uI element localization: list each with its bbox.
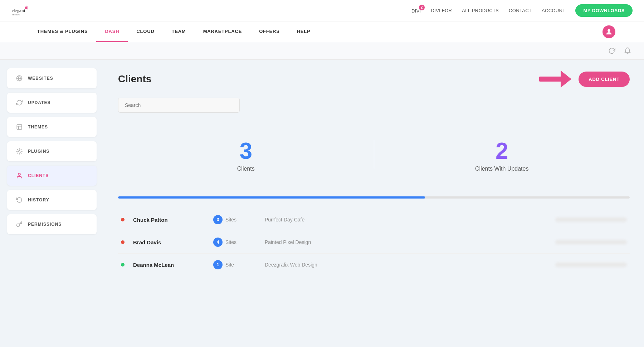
sidebar-label-clients: CLIENTS <box>28 173 49 178</box>
svg-point-6 <box>608 29 610 31</box>
stats-row: 3 Clients 2 Clients With Updates <box>118 126 630 185</box>
divi-nav-item[interactable]: DIVI 2 <box>411 8 421 14</box>
add-client-button[interactable]: ADD CLIENT <box>579 72 630 87</box>
divi-badge: 2 <box>419 5 425 10</box>
client-list: Chuck Patton 3 Sites Purrfect Day Cafe B… <box>118 209 630 276</box>
svg-rect-9 <box>17 124 22 129</box>
notifications-icon[interactable] <box>623 46 633 56</box>
clients-icon <box>16 172 23 179</box>
sites-label: Site <box>225 262 234 268</box>
divi-for-link[interactable]: DIVI FOR <box>431 8 452 13</box>
sidebar-item-permissions[interactable]: PERMISSIONS <box>7 214 97 234</box>
arrow-head <box>561 70 571 88</box>
main-content: Clients ADD CLIENT 3 Clients 2 Clients <box>104 60 644 347</box>
main-layout: WEBSITES UPDATES THEMES <box>0 60 644 347</box>
svg-text:elegant: elegant <box>13 8 25 13</box>
header-right: ADD CLIENT <box>539 70 630 88</box>
sites-badge: 4 Sites <box>213 238 256 247</box>
sidebar-label-history: HISTORY <box>28 197 49 202</box>
sites-label: Sites <box>225 239 236 245</box>
themes-icon <box>16 123 23 131</box>
status-dot-red <box>121 218 125 221</box>
svg-point-13 <box>18 173 20 175</box>
table-row[interactable]: Deanna McLean 1 Site Deezgrafix Web Desi… <box>118 254 630 276</box>
status-dot-red <box>121 240 125 244</box>
status-dot-green <box>121 263 125 267</box>
sites-count-badge: 4 <box>213 238 223 247</box>
account-link[interactable]: ACCOUNT <box>542 8 565 13</box>
sites-badge: 1 Site <box>213 260 256 269</box>
tab-team[interactable]: TEAM <box>163 21 195 42</box>
client-action-blurred <box>555 240 627 244</box>
progress-bar-fill <box>118 196 425 199</box>
sidebar-item-websites[interactable]: WEBSITES <box>7 68 97 88</box>
logo[interactable]: elegant themes <box>11 4 31 18</box>
history-icon <box>16 196 23 204</box>
client-name: Chuck Patton <box>133 217 205 223</box>
stat-clients-label: Clients <box>125 166 367 172</box>
tab-themes-plugins[interactable]: THEMES & PLUGINS <box>29 21 96 42</box>
sidebar-label-permissions: PERMISSIONS <box>28 222 62 227</box>
sidebar-label-plugins: PLUGINS <box>28 149 49 154</box>
arrow-indicator <box>539 70 571 88</box>
sidebar-label-updates: UPDATES <box>28 100 50 105</box>
contact-link[interactable]: CONTACT <box>509 8 532 13</box>
tab-marketplace[interactable]: MARKETPLACE <box>195 21 250 42</box>
content-header: Clients ADD CLIENT <box>118 70 630 88</box>
tab-help[interactable]: HELP <box>288 21 319 42</box>
refresh-icon[interactable] <box>607 46 617 56</box>
progress-bar <box>118 196 630 199</box>
sidebar-item-history[interactable]: HISTORY <box>7 190 97 210</box>
client-company: Deezgrafix Web Design <box>265 262 547 268</box>
table-row[interactable]: Brad Davis 4 Sites Painted Pixel Design <box>118 231 630 254</box>
sidebar-label-websites: WEBSITES <box>28 76 53 81</box>
sidebar-item-themes[interactable]: THEMES <box>7 117 97 137</box>
top-nav-links: DIVI 2 DIVI FOR ALL PRODUCTS CONTACT ACC… <box>411 4 633 17</box>
svg-line-5 <box>27 9 28 9</box>
client-action-blurred <box>555 218 627 222</box>
client-name: Brad Davis <box>133 239 205 245</box>
secondary-nav-tabs: THEMES & PLUGINS DASH CLOUD TEAM MARKETP… <box>29 21 602 42</box>
client-action-blurred <box>555 263 627 267</box>
sidebar-item-updates[interactable]: UPDATES <box>7 93 97 113</box>
stat-clients-number: 3 <box>125 138 367 163</box>
toolbar <box>0 42 644 60</box>
top-navigation: elegant themes DIVI 2 DIVI FOR ALL PRODU… <box>0 0 644 21</box>
all-products-link[interactable]: ALL PRODUCTS <box>462 8 499 13</box>
stat-updates-number: 2 <box>381 138 623 163</box>
svg-text:themes: themes <box>13 13 20 16</box>
sidebar-item-clients[interactable]: CLIENTS <box>7 166 97 186</box>
sidebar-item-plugins[interactable]: PLUGINS <box>7 141 97 161</box>
permissions-icon <box>16 221 23 228</box>
client-company: Purrfect Day Cafe <box>265 217 547 223</box>
globe-icon <box>16 75 23 82</box>
secondary-navigation: THEMES & PLUGINS DASH CLOUD TEAM MARKETP… <box>0 21 644 42</box>
tab-offers[interactable]: OFFERS <box>250 21 288 42</box>
tab-dash[interactable]: DASH <box>96 21 128 42</box>
table-row[interactable]: Chuck Patton 3 Sites Purrfect Day Cafe <box>118 209 630 231</box>
profile-avatar[interactable] <box>602 25 615 38</box>
sidebar: WEBSITES UPDATES THEMES <box>0 60 104 347</box>
my-downloads-button[interactable]: MY DOWNLOADS <box>575 4 633 17</box>
sites-count-badge: 3 <box>213 215 223 224</box>
stat-clients: 3 Clients <box>118 131 374 179</box>
svg-point-12 <box>19 151 20 152</box>
sites-label: Sites <box>225 217 236 223</box>
plugins-icon <box>16 148 23 155</box>
sites-count-badge: 1 <box>213 260 223 269</box>
client-name: Deanna McLean <box>133 262 205 268</box>
sites-badge: 3 Sites <box>213 215 256 224</box>
arrow-shaft <box>539 77 561 82</box>
client-company: Painted Pixel Design <box>265 239 547 245</box>
tab-cloud[interactable]: CLOUD <box>128 21 163 42</box>
page-title: Clients <box>118 73 151 85</box>
sidebar-label-themes: THEMES <box>28 124 48 129</box>
svg-line-4 <box>27 6 28 7</box>
search-bar <box>118 98 240 113</box>
stat-updates: 2 Clients With Updates <box>374 131 630 179</box>
stat-updates-label: Clients With Updates <box>381 166 623 172</box>
updates-icon <box>16 99 23 106</box>
search-input[interactable] <box>118 98 240 113</box>
